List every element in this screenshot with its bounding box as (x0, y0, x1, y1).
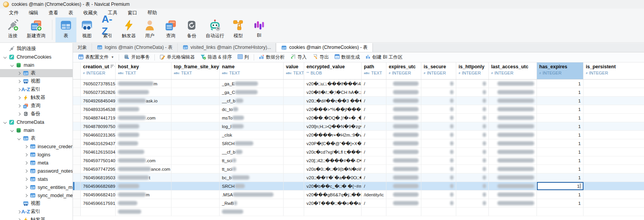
cell-r12-is_persistent[interactable] (583, 182, 644, 190)
cell-r7-top_frame_site_key[interactable] (171, 139, 220, 147)
menu-item-help[interactable]: 帮助 (142, 9, 162, 17)
col-header-value[interactable]: valueaBcTEXT (284, 62, 304, 79)
row-selector[interactable] (73, 131, 81, 139)
cell-r14-is_secure[interactable] (421, 199, 456, 207)
toolbar-button-new-query[interactable]: 新建查询 (23, 17, 49, 42)
col-header-creation_utc[interactable]: creation_ut#INTEGER (81, 62, 116, 79)
cell-r10-expires_utc[interactable] (386, 165, 421, 173)
cell-r12-expires_utc[interactable] (386, 182, 421, 190)
chevron-down-icon[interactable] (16, 137, 22, 140)
cell-r11-path[interactable]: / (362, 173, 386, 182)
cell-r15-is_persistent[interactable] (583, 208, 644, 216)
cell-r1-is_persistent[interactable] (583, 88, 644, 96)
cell-r6-value[interactable] (284, 131, 304, 139)
cell-r15-is_httponly[interactable] (456, 208, 489, 216)
cell-r2-path[interactable]: / (362, 97, 386, 105)
cell-r9-top_frame_site_key[interactable] (171, 156, 220, 165)
tree-item-tbl-meta[interactable]: meta (0, 159, 73, 167)
cell-r9-is_persistent[interactable] (583, 156, 644, 165)
cell-r12-value[interactable] (284, 182, 304, 190)
cell-r4-is_httponly[interactable] (456, 114, 489, 122)
cell-r11-name[interactable]: bc_b (220, 173, 284, 182)
cell-r10-last_access_utc[interactable] (489, 165, 537, 173)
cell-r3-has_expires[interactable]: 1 (537, 105, 583, 113)
cell-r11-top_frame_site_key[interactable] (171, 173, 220, 182)
cell-r8-name[interactable]: __cf_b (220, 148, 284, 156)
cell-r9-has_expires[interactable]: 1 (537, 156, 583, 165)
chevron-down-icon[interactable] (9, 129, 15, 132)
cell-r4-value[interactable] (284, 114, 304, 122)
tree-item-cd-triggers[interactable]: 触发器 (0, 216, 73, 220)
row-selector[interactable] (73, 208, 81, 216)
cell-r1-value[interactable] (284, 88, 304, 96)
tree-item-cc-tables[interactable]: 表 (0, 69, 73, 77)
cell-r9-name[interactable]: tt_sci (220, 156, 284, 165)
cell-r11-last_access_utc[interactable] (489, 173, 537, 182)
chevron-right-icon[interactable] (16, 105, 22, 107)
cell-r5-last_access_utc[interactable] (489, 122, 537, 130)
tree-item-cc-main[interactable]: main (0, 61, 73, 69)
cell-r10-has_expires[interactable]: 1 (537, 165, 583, 173)
cell-r8-creation_utc[interactable]: 7604612615034 (81, 148, 116, 156)
cell-r0-has_expires[interactable]: 1 (537, 80, 583, 88)
cell-r8-last_access_utc[interactable] (489, 148, 537, 156)
cell-r4-creation_utc[interactable]: 7604887441719 (81, 114, 116, 122)
table-toolbar-button-create-bi-workspace[interactable]: 创建 BI 工作区 (363, 53, 405, 62)
cell-r2-host_key[interactable]: ask.io (116, 97, 171, 105)
chevron-right-icon[interactable] (23, 162, 29, 164)
cell-r6-creation_utc[interactable]: 7604660231365 (81, 131, 116, 139)
cell-r14-value[interactable] (284, 199, 304, 207)
cell-r1-top_frame_site_key[interactable] (171, 88, 220, 96)
cell-r3-is_httponly[interactable] (456, 105, 489, 113)
cell-r1-host_key[interactable] (116, 88, 171, 96)
tree-item-cc-backups[interactable]: 备份 (0, 110, 73, 118)
cell-r11-is_secure[interactable] (421, 173, 456, 182)
cell-r2-has_expires[interactable]: 1 (537, 97, 583, 105)
col-header-name[interactable]: nameaBcTEXT (220, 62, 284, 79)
toolbar-button-queries[interactable]: 查询 (160, 17, 181, 42)
cell-r1-name[interactable]: _ga_C (220, 88, 284, 96)
chevron-right-icon[interactable] (23, 186, 29, 189)
cell-r6-is_persistent[interactable] (583, 131, 644, 139)
cell-r3-path[interactable]: / (362, 105, 386, 113)
cell-r0-last_access_utc[interactable] (489, 80, 537, 88)
toolbar-button-tables[interactable]: 表 (55, 17, 76, 42)
cell-r0-is_secure[interactable] (421, 80, 456, 88)
cell-r0-value[interactable] (284, 80, 304, 88)
cell-r6-is_secure[interactable] (421, 131, 456, 139)
cell-r3-creation_utc[interactable]: 7604893354538 (81, 105, 116, 113)
cell-r15-value[interactable] (284, 208, 304, 216)
cell-r13-host_key[interactable]: m (116, 191, 171, 199)
cell-r7-name[interactable]: SRCH (220, 139, 284, 147)
cell-r11-is_persistent[interactable] (583, 173, 644, 182)
table-toolbar-button-export[interactable]: 导出 (310, 53, 332, 62)
tree-item-tbl-insecure-credentials[interactable]: insecure_credentia (0, 142, 73, 151)
menu-item-file[interactable]: 文件 (4, 9, 24, 17)
cell-r6-name[interactable]: _clsk (220, 131, 284, 139)
chevron-right-icon[interactable] (16, 72, 22, 74)
cell-r12-is_secure[interactable] (421, 182, 456, 190)
cell-r7-has_expires[interactable]: 1 (537, 139, 583, 147)
menu-item-window[interactable]: 窗口 (123, 9, 142, 17)
cell-r3-expires_utc[interactable] (386, 105, 421, 113)
cell-r3-value[interactable] (284, 105, 304, 113)
cell-r7-host_key[interactable] (116, 139, 171, 147)
cell-r13-creation_utc[interactable]: 7604596682410 (81, 191, 116, 199)
cell-r2-is_httponly[interactable] (456, 97, 489, 105)
table-toolbar-button-filter-sort[interactable]: 筛选 & 排序 (197, 53, 235, 62)
col-header-is_secure[interactable]: is_secure#INTEGER (421, 62, 456, 79)
row-selector[interactable] (73, 156, 81, 165)
row-selector[interactable] (73, 80, 81, 88)
cell-r6-path[interactable]: / (362, 131, 386, 139)
cell-r11-encrypted_value[interactable]: v20□��Y�`�a��0O□�□�� (304, 173, 362, 182)
chevron-down-icon[interactable] (2, 121, 8, 123)
cell-r11-creation_utc[interactable]: 7604596819503 (81, 173, 116, 182)
cell-r0-is_persistent[interactable] (583, 80, 644, 88)
cell-r2-encrypted_value[interactable]: v20□�d#��c��3 ����□: (304, 97, 362, 105)
cell-r7-expires_utc[interactable] (386, 139, 421, 147)
cell-r7-is_secure[interactable] (421, 139, 456, 147)
cell-r14-expires_utc[interactable] (386, 199, 421, 207)
cell-r3-last_access_utc[interactable] (489, 105, 537, 113)
cell-r14-creation_utc[interactable]: 7604596617591 (81, 199, 116, 207)
cell-r15-encrypted_value[interactable] (304, 208, 362, 216)
